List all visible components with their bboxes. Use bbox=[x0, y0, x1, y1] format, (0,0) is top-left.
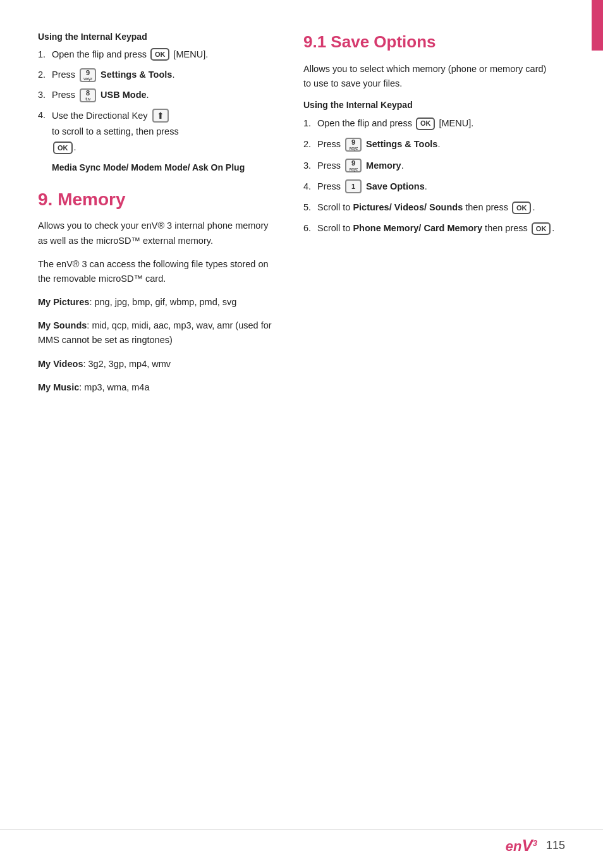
right-step-body-2: Press 9 wxyz Settings & Tools. bbox=[317, 137, 556, 152]
footer-sup: 3 bbox=[533, 838, 537, 848]
right-step-body-5: Scroll to Pictures/ Videos/ Sounds then … bbox=[317, 200, 556, 215]
left-step-2: 2. Press 9 wxyz Settings & Tools. bbox=[38, 68, 278, 82]
my-pictures-val: : png, jpg, bmp, gif, wbmp, pmd, svg bbox=[89, 297, 236, 307]
right-step-num-6: 6. bbox=[303, 221, 317, 236]
footer-page-number: 115 bbox=[546, 839, 565, 852]
right-step-body-6: Scroll to Phone Memory/ Card Memory then… bbox=[317, 221, 556, 236]
step-content-3: Press 8 tuv USB Mode. bbox=[52, 88, 149, 102]
ok-icon-4: OK bbox=[53, 142, 73, 154]
my-music-val: : mp3, wma, m4a bbox=[79, 382, 149, 392]
right-step-2: 2. Press 9 wxyz Settings & Tools. bbox=[303, 137, 556, 152]
my-sounds-label: My Sounds bbox=[38, 320, 87, 330]
step3-text-after: USB Mode. bbox=[100, 88, 149, 102]
right-step-num-2: 2. bbox=[303, 137, 317, 152]
my-pictures: My Pictures: png, jpg, bmp, gif, wbmp, p… bbox=[38, 295, 278, 310]
footer-brand: enV3 115 bbox=[506, 836, 565, 855]
right-step-num-5: 5. bbox=[303, 200, 317, 215]
right-step-3: 3. Press 9 wxyz Memory. bbox=[303, 159, 556, 173]
num-icon-r4: 1 bbox=[345, 179, 362, 193]
right-step-body-4: Press 1 Save Options. bbox=[317, 179, 556, 194]
num-icon-r3: 9 wxyz bbox=[345, 159, 362, 172]
left-step-1: 1. Open the flip and press OK [MENU]. bbox=[38, 48, 278, 62]
left-step-3: 3. Press 8 tuv USB Mode. bbox=[38, 88, 278, 102]
step-num-2: 2. bbox=[38, 68, 52, 82]
right-step-5: 5. Scroll to Pictures/ Videos/ Sounds th… bbox=[303, 200, 556, 215]
step-content-2: Press 9 wxyz Settings & Tools. bbox=[52, 68, 174, 82]
right-internal-keypad-title: Using the Internal Keypad bbox=[303, 100, 556, 110]
right-step-body-1: Open the flip and press OK [MENU]. bbox=[317, 116, 556, 131]
my-sounds: My Sounds: mid, qcp, midi, aac, mp3, wav… bbox=[38, 318, 278, 347]
step4-text-before: Use the Directional Key bbox=[52, 109, 148, 123]
ok-icon-r5: OK bbox=[512, 202, 532, 214]
memory-heading: 9. Memory bbox=[38, 190, 278, 210]
step2-text-before: Press bbox=[52, 68, 75, 82]
my-music: My Music: mp3, wma, m4a bbox=[38, 380, 278, 395]
step3-text-before: Press bbox=[52, 88, 75, 102]
page: Using the Internal Keypad 1. Open the fl… bbox=[0, 0, 603, 868]
step-content-4: Use the Directional Key ⬆ to scroll to a… bbox=[52, 109, 179, 155]
left-internal-keypad-title: Using the Internal Keypad bbox=[38, 32, 278, 42]
my-videos-label: My Videos bbox=[38, 359, 83, 369]
right-step-body-3: Press 9 wxyz Memory. bbox=[317, 159, 556, 173]
memory-body-2: The enV® 3 can access the following file… bbox=[38, 257, 278, 286]
step-num-4: 4. bbox=[38, 109, 52, 123]
right-step-num-1: 1. bbox=[303, 116, 317, 131]
step1-text-before: Open the flip and press bbox=[52, 48, 147, 62]
save-options-body: Allows you to select which memory (phone… bbox=[303, 62, 556, 91]
right-step-6: 6. Scroll to Phone Memory/ Card Memory t… bbox=[303, 221, 556, 236]
content-area: Using the Internal Keypad 1. Open the fl… bbox=[0, 0, 603, 829]
pink-tab-marker bbox=[592, 0, 603, 51]
left-step-4: 4. Use the Directional Key ⬆ to scroll t… bbox=[38, 109, 278, 155]
step1-text-after: [MENU]. bbox=[173, 48, 208, 62]
my-videos-val: : 3g2, 3gp, mp4, wmv bbox=[83, 359, 171, 369]
dir-icon-4: ⬆ bbox=[152, 109, 169, 123]
footer-env-logo: enV3 bbox=[506, 836, 537, 855]
ok-icon-1: OK bbox=[150, 48, 170, 61]
left-column: Using the Internal Keypad 1. Open the fl… bbox=[38, 32, 278, 804]
memory-body-1: Allows you to check your enV® 3 internal… bbox=[38, 219, 278, 248]
step2-text-after: Settings & Tools. bbox=[100, 68, 174, 82]
step-content-1: Open the flip and press OK [MENU]. bbox=[52, 48, 208, 62]
step-num-1: 1. bbox=[38, 48, 52, 62]
num-icon-2: 9 wxyz bbox=[80, 68, 96, 82]
my-music-label: My Music bbox=[38, 382, 79, 392]
num-icon-r2: 9 wxyz bbox=[345, 138, 362, 152]
my-videos: My Videos: 3g2, 3gp, mp4, wmv bbox=[38, 357, 278, 371]
step-num-3: 3. bbox=[38, 88, 52, 102]
right-column: 9.1 Save Options Allows you to select wh… bbox=[303, 32, 556, 804]
usb-mode-note: Media Sync Mode/ Modem Mode/ Ask On Plug bbox=[52, 161, 278, 174]
my-pictures-label: My Pictures bbox=[38, 297, 89, 307]
save-options-heading: 9.1 Save Options bbox=[303, 32, 556, 53]
right-step-num-3: 3. bbox=[303, 159, 317, 173]
footer: enV3 115 bbox=[0, 829, 603, 868]
ok-icon-r1: OK bbox=[416, 118, 436, 130]
right-step-1: 1. Open the flip and press OK [MENU]. bbox=[303, 116, 556, 131]
right-step-num-4: 4. bbox=[303, 179, 317, 194]
right-step-4: 4. Press 1 Save Options. bbox=[303, 179, 556, 194]
ok-icon-r6: OK bbox=[532, 222, 551, 235]
step4-scroll-text: to scroll to a setting, then press bbox=[52, 124, 179, 139]
num-icon-3: 8 tuv bbox=[80, 88, 96, 102]
